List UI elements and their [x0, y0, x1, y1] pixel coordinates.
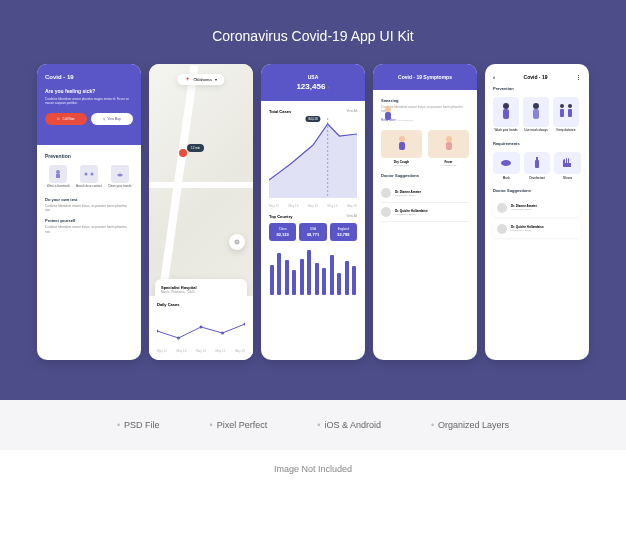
location-pill[interactable]: 📍 Oklahoma ▾ — [177, 74, 224, 85]
feature-item: iOS & Android — [317, 420, 381, 430]
map-pin-icon: 📍 — [185, 77, 190, 82]
location-label: Oklahoma — [193, 77, 211, 82]
wash-hands-icon — [111, 165, 129, 183]
feature-item: Pixel Perfect — [210, 420, 268, 430]
country-card[interactable]: England 52,798 — [330, 223, 357, 241]
prevention-row: Wear a facemask Avoid close contact Clea… — [45, 165, 133, 189]
footer-note: Image Not Included — [0, 450, 626, 488]
symptom-cards-row: Dry Cough (52 discussion) Fever (38 disc… — [381, 130, 469, 167]
doctor-row[interactable]: Dr. Dianne Ameter Oklahoma • 15min — [493, 199, 581, 217]
prevention-title: Prevention — [45, 153, 133, 159]
doctor-suggestions-title: Doctor Suggestions — [493, 188, 581, 193]
country-card[interactable]: USA 68,771 — [299, 223, 326, 241]
requirement-label: Disinfectant — [524, 176, 551, 180]
s4-body: Sneezing Curabitur bibendum ornare lectu… — [373, 90, 477, 360]
axis-label: May 15 — [216, 349, 226, 353]
avatar — [497, 203, 507, 213]
bar — [352, 266, 356, 295]
svg-point-5 — [236, 241, 238, 243]
prevention-title: Prevention — [493, 86, 581, 91]
screen-prevention: ‹ Covid - 19 ⋮ Prevention Wash your hand… — [485, 64, 589, 360]
axis-label: May 12 — [157, 349, 167, 353]
symptom-title: Sneezing — [381, 98, 469, 103]
requirements-row: Mask Disinfectant Gloves — [493, 152, 581, 180]
prevention-item[interactable]: Wear a facemask — [45, 165, 72, 189]
requirement-item[interactable]: Disinfectant — [524, 152, 551, 180]
prevention-label: Clean your hands — [106, 185, 133, 189]
prevention-label: Use mask always — [523, 129, 549, 133]
bar — [285, 260, 289, 295]
map-marker-icon[interactable] — [179, 149, 187, 157]
eta-badge: 12 min — [187, 144, 204, 152]
s5-header: ‹ Covid - 19 ⋮ — [485, 64, 589, 86]
axis-label: May 15 — [328, 204, 338, 208]
more-icon[interactable]: ⋮ — [576, 74, 581, 80]
features-row: PSD File Pixel Perfect iOS & Android Org… — [0, 400, 626, 450]
country-value: 82,123 — [273, 232, 292, 237]
prevention-item[interactable]: Use mask always — [523, 97, 549, 133]
svg-point-16 — [446, 136, 452, 142]
locate-me-button[interactable] — [229, 234, 245, 250]
discussion-count: (52 discussion) — [381, 164, 422, 167]
feature-item: PSD File — [117, 420, 160, 430]
doctor-name: Dr. Quiche Hollandaise — [395, 209, 428, 213]
view-map-button[interactable]: ⚲ View Map — [91, 113, 133, 125]
doctor-suggestions-title: Doctor Suggestions — [381, 173, 469, 178]
tip-desc: Curabitur bibendum ornare lectus, an pos… — [45, 204, 133, 212]
wash-hands-illustration — [493, 97, 519, 127]
svg-point-0 — [56, 170, 60, 174]
keep-distance-illustration — [553, 97, 579, 127]
total-cases-title: Total Cases — [269, 109, 291, 114]
doctor-row[interactable]: Dr. Quiche Hollandaise Oklahoma • 20min — [381, 203, 469, 222]
doctor-row[interactable]: Dr. Quiche Hollandaise Oklahoma • 20min — [493, 220, 581, 238]
prevention-item[interactable]: Keep distance — [553, 97, 579, 133]
s1-description: Curabitur bibendum ornare pharetra magna… — [45, 97, 133, 105]
distance-icon — [80, 165, 98, 183]
s1-button-row: ✆ Call Now ⚲ View Map — [45, 113, 133, 125]
axis-label: May 16 — [347, 204, 357, 208]
bar — [270, 265, 274, 295]
svg-rect-24 — [560, 109, 564, 117]
svg-rect-15 — [399, 142, 405, 150]
s1-header: Covid - 19 Are you feeling sick? Curabit… — [37, 64, 141, 145]
bar — [315, 263, 319, 296]
doctor-row[interactable]: Dr. Dianne Ameter Oklahoma • 15min — [381, 184, 469, 203]
symptom-card[interactable]: Dry Cough (52 discussion) — [381, 130, 422, 167]
count-value: 123,456 — [296, 82, 325, 91]
view-all-link[interactable]: View All — [347, 109, 357, 114]
trend-up-icon: ↑ — [328, 85, 330, 90]
axis-labels: May 12 May 13 May 14 May 15 May 16 — [157, 349, 245, 353]
back-button[interactable]: ‹ — [493, 74, 495, 80]
gloves-icon — [554, 152, 581, 174]
mask-icon — [493, 152, 520, 174]
bar — [330, 255, 334, 295]
hero-section: Coronavirus Covid-19 App UI Kit Covid - … — [0, 0, 626, 400]
disinfectant-icon — [524, 152, 551, 174]
discussion-count: (45 discussion) — [397, 119, 414, 122]
svg-rect-21 — [533, 109, 539, 119]
symptom-card[interactable]: Fever (38 discussion) — [428, 130, 469, 167]
s4-header: Covid - 19 Symptomps — [373, 64, 477, 90]
country-card[interactable]: China 82,123 — [269, 223, 296, 241]
s3-body: Total Cases View All 84,518 May 12 May 1… — [261, 101, 365, 360]
svg-rect-17 — [446, 142, 452, 150]
chevron-down-icon: ▾ — [215, 77, 217, 82]
bar — [277, 253, 281, 296]
bar — [292, 270, 296, 295]
s1-body: Prevention Wear a facemask Avoid close c… — [37, 145, 141, 360]
call-now-button[interactable]: ✆ Call Now — [45, 113, 87, 125]
svg-point-20 — [533, 103, 539, 109]
call-now-label: Call Now — [62, 117, 74, 121]
total-cases-header: Total Cases View All — [269, 109, 357, 114]
stats-country: USA — [269, 74, 357, 80]
prevention-item[interactable]: Avoid close contact — [76, 165, 103, 189]
svg-point-23 — [568, 104, 572, 108]
prevention-item[interactable]: Wash your hands — [493, 97, 519, 133]
country-value: 52,798 — [334, 232, 353, 237]
top-country-header: Top Country View All — [269, 214, 357, 219]
requirement-item[interactable]: Mask — [493, 152, 520, 180]
requirement-item[interactable]: Gloves — [554, 152, 581, 180]
view-all-link[interactable]: View All — [347, 214, 357, 219]
axis-label: May 14 — [196, 349, 206, 353]
prevention-item[interactable]: Clean your hands — [106, 165, 133, 189]
